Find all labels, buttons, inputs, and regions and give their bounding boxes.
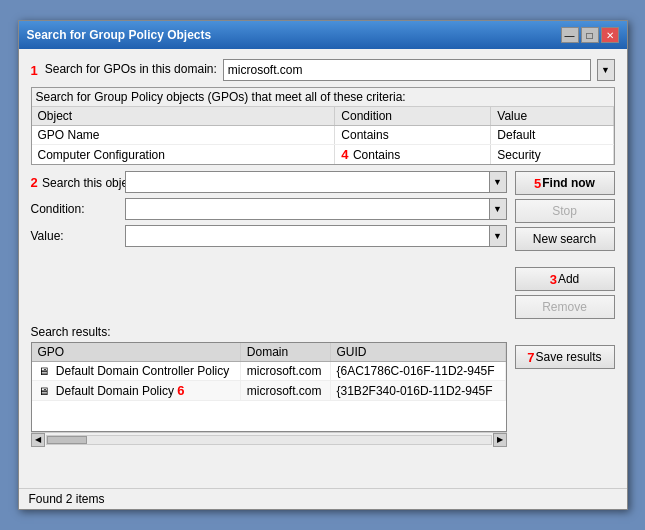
criteria-table: Object Condition Value GPO Name Contains…	[32, 107, 614, 164]
annotation-6: 6	[177, 383, 184, 398]
left-panel: 2 Search this object: ▼ Condition: ▼	[31, 171, 507, 319]
scroll-left-button[interactable]: ◀	[31, 433, 45, 447]
scroll-thumb[interactable]	[47, 436, 87, 444]
annotation-2: 2	[31, 175, 38, 190]
scroll-right-button[interactable]: ▶	[493, 433, 507, 447]
annotation-1: 1	[31, 63, 38, 78]
close-button[interactable]: ✕	[601, 27, 619, 43]
cell-object: Computer Configuration	[32, 145, 335, 165]
main-content: 2 Search this object: ▼ Condition: ▼	[31, 171, 615, 319]
result-row[interactable]: 🖥 Default Domain Policy 6 microsoft.com …	[32, 381, 506, 401]
annotation-3: 3	[550, 272, 557, 287]
condition-dropdown[interactable]: ▼	[489, 198, 507, 220]
result-guid: {31B2F340-016D-11D2-945F	[330, 381, 505, 401]
window-body: 1 Search for GPOs in this domain: ▼ Sear…	[19, 49, 627, 488]
annotation-5: 5	[534, 176, 541, 191]
results-left: Search results: GPO Domain GUID	[31, 325, 507, 446]
value-row: Value: ▼	[31, 225, 507, 247]
status-text: Found 2 items	[29, 492, 105, 506]
result-domain: microsoft.com	[240, 362, 330, 381]
value-dropdown[interactable]: ▼	[489, 225, 507, 247]
col-object: Object	[32, 107, 335, 126]
stop-button[interactable]: Stop	[515, 199, 615, 223]
search-object-field: ▼	[125, 171, 507, 193]
results-right: 7 Save results	[515, 325, 615, 369]
domain-row: 1 Search for GPOs in this domain: ▼	[31, 59, 615, 81]
annotation-4: 4	[341, 147, 348, 162]
cell-value: Security	[491, 145, 613, 165]
condition-label: Condition:	[31, 202, 121, 216]
domain-dropdown-button[interactable]: ▼	[597, 59, 615, 81]
remove-button[interactable]: Remove	[515, 295, 615, 319]
gpo-icon: 🖥	[38, 365, 49, 377]
gpo-icon: 🖥	[38, 385, 49, 397]
cell-condition: 4 Contains	[335, 145, 491, 165]
annotation-7: 7	[527, 350, 534, 365]
table-row[interactable]: GPO Name Contains Default	[32, 126, 614, 145]
col-condition: Condition	[335, 107, 491, 126]
minimize-button[interactable]: —	[561, 27, 579, 43]
criteria-section: Search for Group Policy objects (GPOs) t…	[31, 87, 615, 165]
value-label: Value:	[31, 229, 121, 243]
results-table: GPO Domain GUID 🖥 Default Domain Control…	[32, 343, 506, 401]
add-button[interactable]: 3 Add	[515, 267, 615, 291]
value-input[interactable]	[125, 225, 489, 247]
results-table-container: GPO Domain GUID 🖥 Default Domain Control…	[31, 342, 507, 432]
condition-field: ▼	[125, 198, 507, 220]
search-object-label: 2 Search this object:	[31, 175, 121, 190]
result-domain: microsoft.com	[240, 381, 330, 401]
status-bar: Found 2 items	[19, 488, 627, 509]
col-value: Value	[491, 107, 613, 126]
result-col-gpo: GPO	[32, 343, 241, 362]
result-row[interactable]: 🖥 Default Domain Controller Policy micro…	[32, 362, 506, 381]
condition-row: Condition: ▼	[31, 198, 507, 220]
search-object-input[interactable]	[125, 171, 489, 193]
main-window: Search for Group Policy Objects — □ ✕ 1 …	[18, 20, 628, 510]
find-now-button[interactable]: 5 Find now	[515, 171, 615, 195]
result-guid: {6AC1786C-016F-11D2-945F	[330, 362, 505, 381]
search-object-dropdown[interactable]: ▼	[489, 171, 507, 193]
result-gpo: 🖥 Default Domain Controller Policy	[32, 362, 241, 381]
title-bar: Search for Group Policy Objects — □ ✕	[19, 21, 627, 49]
condition-text: Contains	[353, 148, 400, 162]
table-row[interactable]: Computer Configuration 4 Contains Securi…	[32, 145, 614, 165]
right-panel: 5 Find now Stop New search 3 Add Remove	[515, 171, 615, 319]
condition-input[interactable]	[125, 198, 489, 220]
criteria-label: Search for Group Policy objects (GPOs) t…	[32, 88, 614, 107]
scroll-track[interactable]	[46, 435, 492, 445]
results-row: Search results: GPO Domain GUID	[31, 325, 615, 446]
result-col-domain: Domain	[240, 343, 330, 362]
result-gpo: 🖥 Default Domain Policy 6	[32, 381, 241, 401]
window-title: Search for Group Policy Objects	[27, 28, 212, 42]
horizontal-scrollbar: ◀ ▶	[31, 432, 507, 446]
save-results-button[interactable]: 7 Save results	[515, 345, 615, 369]
domain-label: Search for GPOs in this domain:	[45, 62, 217, 76]
maximize-button[interactable]: □	[581, 27, 599, 43]
result-col-guid: GUID	[330, 343, 505, 362]
domain-input[interactable]	[223, 59, 591, 81]
cell-object: GPO Name	[32, 126, 335, 145]
cell-condition: Contains	[335, 126, 491, 145]
cell-value: Default	[491, 126, 613, 145]
results-label: Search results:	[31, 325, 507, 339]
title-bar-buttons: — □ ✕	[561, 27, 619, 43]
new-search-button[interactable]: New search	[515, 227, 615, 251]
value-field: ▼	[125, 225, 507, 247]
search-object-row: 2 Search this object: ▼	[31, 171, 507, 193]
